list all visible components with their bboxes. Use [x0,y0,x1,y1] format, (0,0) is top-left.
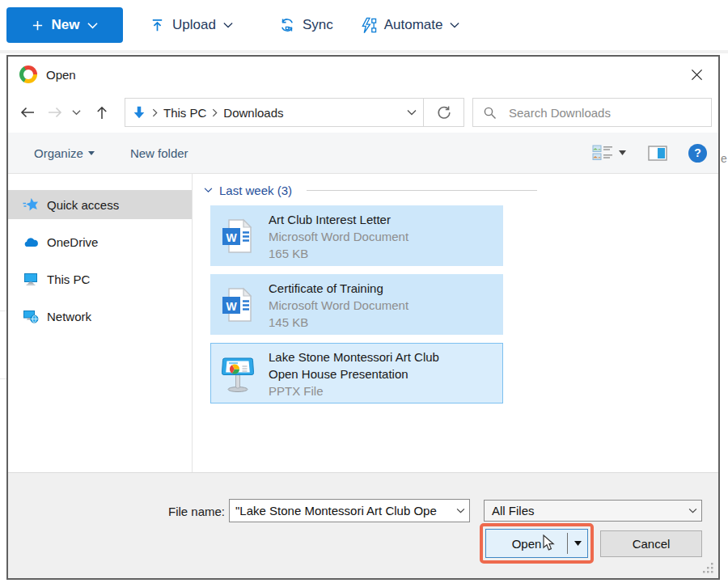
chevron-down-icon [223,22,233,28]
sidebar-item-label: OneDrive [47,235,98,249]
file-name: Art Club Interest Letter [269,211,408,228]
organize-button[interactable]: Organize [34,146,95,160]
group-header-rule [307,190,537,191]
filetype-value: All Files [492,504,535,518]
keynote-presentation-icon [218,354,257,393]
sidebar-item-network[interactable]: Network [8,302,192,331]
automate-icon [360,17,377,34]
filetype-select[interactable]: All Files [484,500,702,522]
upload-button-label: Upload [172,17,216,33]
sync-button[interactable]: Sync [279,17,333,33]
background-list-divider [0,311,6,311]
new-folder-button[interactable]: New folder [130,146,188,160]
up-arrow-icon [95,105,108,120]
onedrive-command-bar: New Upload Sync Automa [0,0,728,50]
refresh-button[interactable] [424,98,464,127]
search-icon [483,106,497,120]
automate-button[interactable]: Automate [360,17,460,34]
close-icon [691,69,703,81]
chevron-down-icon [88,151,95,155]
address-dropdown-chevron-icon[interactable] [407,109,417,116]
sync-icon [279,17,295,33]
svg-text:W: W [226,299,237,312]
chrome-icon-ring [23,70,33,79]
file-info: Lake Stone Montessori Art Club Open Hous… [269,347,461,399]
organize-label: Organize [34,146,83,160]
automate-button-label: Automate [384,17,443,33]
navigation-bar: This PC Downloads [8,92,718,133]
new-button-label: New [52,17,80,33]
forward-button[interactable] [44,100,66,125]
background-text-fragment: e [721,152,728,165]
file-type: Microsoft Word Document [269,228,408,245]
recent-locations-button[interactable] [68,100,84,125]
chevron-down-icon [72,109,81,116]
view-options-caret-icon[interactable] [619,150,626,155]
dialog-title: Open [46,68,76,82]
dialog-titlebar[interactable]: Open [8,57,718,92]
address-bar[interactable]: This PC Downloads [125,98,424,127]
sidebar-item-onedrive[interactable]: OneDrive [8,227,192,256]
view-options-icon[interactable] [592,145,613,161]
file-list: Last week (3) W Art Club Interest Letter… [193,174,718,472]
onedrive-cloud-icon [23,235,39,248]
navigation-pane: Quick access OneDrive [8,174,193,472]
refresh-icon [437,105,451,120]
svg-text:W: W [226,230,237,243]
breadcrumb-downloads[interactable]: Downloads [223,106,283,120]
sidebar-item-label: Network [47,310,91,323]
help-button[interactable]: ? [688,144,707,163]
file-type: Microsoft Word Document [269,297,408,314]
file-size: 165 KB [269,245,408,262]
file-tile[interactable]: W Certificate of Training Microsoft Word… [210,274,503,335]
file-tile[interactable]: W Art Club Interest Letter Microsoft Wor… [210,205,503,266]
dropdown-arrow-icon [574,541,582,546]
view-controls: ? [592,144,707,163]
breadcrumb-chevron-icon [152,108,158,117]
plus-icon [32,19,44,32]
star-icon [23,197,39,212]
close-button[interactable] [686,64,707,85]
filename-input[interactable] [230,504,451,518]
file-name: Certificate of Training [269,280,408,297]
sync-button-label: Sync [303,17,333,33]
dialog-body: Quick access OneDrive [8,174,718,472]
chrome-icon [19,65,37,83]
open-button[interactable]: Open [485,529,588,558]
group-header-label: Last week (3) [219,184,292,197]
filename-combobox[interactable] [229,499,470,522]
file-size: 145 KB [269,314,408,331]
downloads-folder-icon [132,105,146,120]
sidebar-item-this-pc[interactable]: This PC [8,264,192,294]
upload-icon [150,18,165,33]
resize-grip-icon[interactable] [703,563,714,574]
file-name: Lake Stone Montessori Art Club Open Hous… [269,349,461,382]
preview-pane-icon[interactable] [648,146,667,161]
file-info: Certificate of Training Microsoft Word D… [269,278,408,331]
upload-button[interactable]: Upload [150,17,233,33]
open-dropdown-button[interactable] [568,530,587,557]
new-button[interactable]: New [6,7,123,43]
group-chevron-icon [204,188,213,193]
group-header-last-week[interactable]: Last week (3) [204,184,537,197]
search-box[interactable] [472,98,712,127]
sidebar-item-quick-access[interactable]: Quick access [8,190,192,219]
file-tile-selected[interactable]: Lake Stone Montessori Art Club Open Hous… [210,343,503,403]
search-input[interactable] [507,105,701,120]
breadcrumb-this-pc[interactable]: This PC [163,106,206,120]
this-pc-icon [23,272,39,286]
dialog-command-bar: Organize New folder [8,133,718,174]
back-icon [19,106,36,119]
cancel-button[interactable]: Cancel [600,530,702,557]
network-icon [23,309,39,323]
chevron-down-icon [450,22,459,28]
up-one-level-button[interactable] [91,100,113,125]
open-button-main[interactable]: Open [486,530,567,557]
filename-dropdown-chevron-icon[interactable] [451,508,469,513]
back-button[interactable] [16,100,39,125]
breadcrumb-chevron-icon [212,108,218,117]
forward-icon [47,106,63,119]
sidebar-item-label: Quick access [47,198,119,212]
cancel-button-label: Cancel [633,537,671,551]
filename-label: File name: [129,505,225,518]
